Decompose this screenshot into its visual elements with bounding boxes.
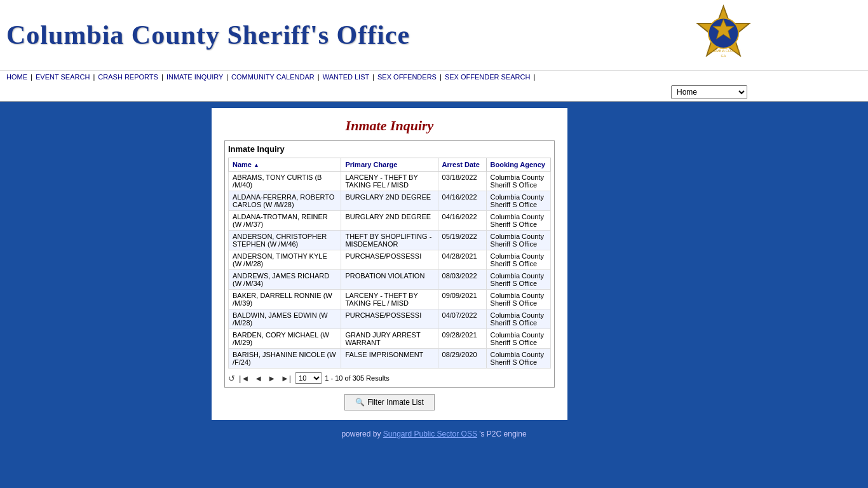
filter-search-icon: 🔍 [355,398,365,407]
cell-charge: PURCHASE/POSSESSI [341,250,438,270]
cell-arrest-date: 04/16/2022 [438,211,486,231]
panel-title: Inmate Inquiry [228,144,551,154]
cell-name: BAKER, DARRELL RONNIE (W /M/39) [229,290,341,309]
cell-charge: GRAND JURY ARREST WARRANT [341,329,438,349]
footer-suffix: 's P2C engine [479,430,526,438]
cell-charge: BURGLARY 2ND DEGREE [341,211,438,231]
nav-event-search[interactable]: EVENT SEARCH [36,73,90,81]
refresh-icon[interactable]: ↺ [228,374,235,383]
nav-sep-6: | [372,73,376,81]
cell-arrest-date: 04/07/2022 [438,309,486,329]
table-row[interactable]: ANDREWS, JAMES RICHARD (W /M/34)PROBATIO… [229,270,551,290]
cell-arrest-date: 05/19/2022 [438,231,486,250]
cell-agency: Columbia County Sheriff S Office [486,349,550,369]
cell-name: ANDERSON, CHRISTOPHER STEPHEN (W /M/46) [229,231,341,250]
header: Columbia County Sheriff's Office COLUMBI… [0,0,868,70]
col-header-date: Arrest Date [438,158,486,172]
nav-wanted-list[interactable]: WANTED LIST [323,73,369,81]
cell-name: ALDANA-TROTMAN, REINER (W /M/37) [229,211,341,231]
cell-agency: Columbia County Sheriff S Office [486,270,550,290]
nav-community-calendar[interactable]: COMMUNITY CALENDAR [231,73,315,81]
cell-name: ABRAMS, TONY CURTIS (B /M/40) [229,172,341,191]
filter-inmate-list-button[interactable]: 🔍 Filter Inmate List [344,394,435,410]
nav-sep-4: | [226,73,230,81]
page-size-select[interactable]: 10 25 50 100 [295,372,322,384]
home-dropdown[interactable]: Home [671,85,747,99]
sheriff-badge-icon: COLUMBIA COUNTY GA [693,3,754,67]
table-row[interactable]: ALDANA-TROTMAN, REINER (W /M/37)BURGLARY… [229,211,551,231]
prev-page-button[interactable]: ◄ [253,373,264,384]
table-row[interactable]: ANDERSON, CHRISTOPHER STEPHEN (W /M/46)T… [229,231,551,250]
cell-charge: THEFT BY SHOPLIFTING - MISDEMEANOR [341,231,438,250]
svg-text:COLUMBIA COUNTY: COLUMBIA COUNTY [707,49,740,53]
cell-agency: Columbia County Sheriff S Office [486,329,550,349]
table-row[interactable]: BARISH, JSHANINE NICOLE (W /F/24)FALSE I… [229,349,551,369]
svg-text:GA: GA [721,54,726,58]
nav-crash-reports[interactable]: CRASH REPORTS [98,73,158,81]
nav-bar: HOME | EVENT SEARCH | CRASH REPORTS | IN… [0,70,868,83]
content-panel: Inmate Inquiry Inmate Inquiry Name ▲ Pri… [212,108,567,420]
last-page-button[interactable]: ►| [280,373,292,384]
cell-agency: Columbia County Sheriff S Office [486,309,550,329]
main-content: Inmate Inquiry Inmate Inquiry Name ▲ Pri… [0,108,868,420]
dropdown-row: Home [0,83,868,102]
cell-charge: LARCENY - THEFT BY TAKING FEL / MISD [341,172,438,191]
cell-charge: LARCENY - THEFT BY TAKING FEL / MISD [341,290,438,309]
filter-btn-label: Filter Inmate List [367,398,424,407]
nav-sex-offender-search[interactable]: SEX OFFENDER SEARCH [445,73,530,81]
nav-sep-3: | [161,73,165,81]
table-row[interactable]: BAKER, DARRELL RONNIE (W /M/39)LARCENY -… [229,290,551,309]
cell-name: ALDANA-FERERRA, ROBERTO CARLOS (W /M/28) [229,191,341,211]
cell-agency: Columbia County Sheriff S Office [486,191,550,211]
first-page-button[interactable]: |◄ [238,373,250,384]
cell-agency: Columbia County Sheriff S Office [486,172,550,191]
nav-sep-5: | [318,73,322,81]
nav-sep-1: | [31,73,34,81]
inmate-table: Name ▲ Primary Charge Arrest Date Bookin… [228,158,551,369]
cell-arrest-date: 08/29/2020 [438,349,486,369]
cell-agency: Columbia County Sheriff S Office [486,231,550,250]
cell-arrest-date: 03/18/2022 [438,172,486,191]
cell-name: ANDREWS, JAMES RICHARD (W /M/34) [229,270,341,290]
pagination-row: ↺ |◄ ◄ ► ►| 10 25 50 100 1 - 10 of 305 R… [228,372,551,384]
footer-link[interactable]: Sungard Public Sector OSS [383,430,477,438]
cell-agency: Columbia County Sheriff S Office [486,250,550,270]
sort-arrow-icon: ▲ [254,162,259,168]
footer: powered by Sungard Public Sector OSS 's … [0,423,868,445]
cell-charge: PROBATION VIOLATION [341,270,438,290]
table-row[interactable]: ANDERSON, TIMOTHY KYLE (W /M/28)PURCHASE… [229,250,551,270]
cell-name: ANDERSON, TIMOTHY KYLE (W /M/28) [229,250,341,270]
cell-charge: PURCHASE/POSSESSI [341,309,438,329]
cell-arrest-date: 04/28/2021 [438,250,486,270]
table-row[interactable]: BARDEN, CORY MICHAEL (W /M/29)GRAND JURY… [229,329,551,349]
nav-sex-offenders[interactable]: SEX OFFENDERS [377,73,437,81]
nav-sep-2: | [93,73,97,81]
col-header-agency: Booking Agency [486,158,550,172]
filter-button-row: 🔍 Filter Inmate List [224,394,555,410]
inmate-inquiry-panel: Inmate Inquiry Name ▲ Primary Charge Arr… [224,140,555,388]
table-body: ABRAMS, TONY CURTIS (B /M/40)LARCENY - T… [229,172,551,369]
col-header-name[interactable]: Name ▲ [229,158,341,172]
nav-home[interactable]: HOME [6,73,27,81]
cell-name: BALDWIN, JAMES EDWIN (W /M/28) [229,309,341,329]
cell-agency: Columbia County Sheriff S Office [486,290,550,309]
cell-name: BARISH, JSHANINE NICOLE (W /F/24) [229,349,341,369]
cell-charge: BURGLARY 2ND DEGREE [341,191,438,211]
cell-arrest-date: 09/09/2021 [438,290,486,309]
table-row[interactable]: ABRAMS, TONY CURTIS (B /M/40)LARCENY - T… [229,172,551,191]
result-count: 1 - 10 of 305 Results [325,374,390,382]
cell-arrest-date: 09/28/2021 [438,329,486,349]
next-page-button[interactable]: ► [266,373,277,384]
footer-powered-by: powered by [341,430,381,438]
nav-sep-7: | [440,73,444,81]
site-title: Columbia County Sheriff's Office [6,20,410,50]
table-row[interactable]: BALDWIN, JAMES EDWIN (W /M/28)PURCHASE/P… [229,309,551,329]
table-row[interactable]: ALDANA-FERERRA, ROBERTO CARLOS (W /M/28)… [229,191,551,211]
cell-agency: Columbia County Sheriff S Office [486,211,550,231]
col-header-charge: Primary Charge [341,158,438,172]
cell-arrest-date: 08/03/2022 [438,270,486,290]
cell-arrest-date: 04/16/2022 [438,191,486,211]
nav-inmate-inquiry[interactable]: INMATE INQUIRY [166,73,223,81]
table-header: Name ▲ Primary Charge Arrest Date Bookin… [229,158,551,172]
page-title: Inmate Inquiry [224,118,555,134]
